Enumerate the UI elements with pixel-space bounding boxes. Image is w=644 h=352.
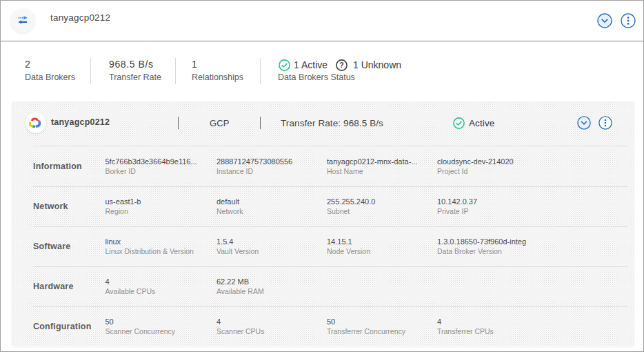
svg-text:?: ? bbox=[339, 61, 343, 69]
